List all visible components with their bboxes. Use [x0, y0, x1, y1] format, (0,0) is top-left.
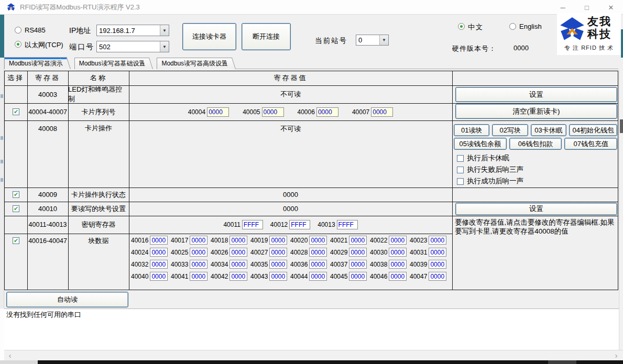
vertical-scrollbar[interactable] [619, 70, 623, 350]
minimize-button[interactable]: ─ [551, 0, 575, 15]
card-op-button-04初始化钱包[interactable]: 04初始化钱包 [569, 124, 617, 136]
background-icon [1, 94, 3, 98]
field-input-40005[interactable] [262, 107, 284, 117]
row-select-checkbox[interactable] [13, 237, 19, 244]
tab-modbus-demo[interactable]: Modbus读写器演示 [4, 57, 66, 69]
ip-address-select[interactable]: ▼ [96, 25, 169, 36]
ethernet-tcp-radio[interactable] [15, 41, 21, 48]
card-op-button-02写块[interactable]: 02写块 [492, 124, 528, 136]
field-input-40035[interactable] [269, 260, 287, 269]
dropdown-arrow-icon[interactable]: ▼ [160, 25, 169, 36]
field-input-40018[interactable] [229, 236, 247, 245]
card-op-button-06钱包扣款[interactable]: 06钱包扣款 [509, 138, 562, 150]
station-number-input[interactable] [356, 35, 379, 45]
english-language-label: English [519, 23, 542, 30]
port-input[interactable] [97, 41, 160, 52]
register-field: 40024 [131, 248, 170, 257]
tab-modbus-advanced-settings[interactable]: Modbus读写器高级设置 [157, 58, 231, 69]
field-input-40021[interactable] [349, 236, 367, 245]
chinese-language-radio[interactable] [458, 23, 465, 30]
field-input-40041[interactable] [190, 272, 207, 281]
register-field: 40034 [211, 260, 249, 269]
register-id: 40003 [27, 85, 68, 103]
field-input-40042[interactable] [229, 272, 247, 281]
connect-reader-button[interactable]: 连接读卡器 [182, 23, 236, 50]
register-name: 块数据 [68, 234, 129, 248]
field-input-40017[interactable] [190, 236, 207, 245]
ip-address-input[interactable] [97, 25, 160, 36]
scroll-left-icon[interactable]: ‹ [5, 350, 15, 360]
tab-modbus-basic-settings[interactable]: Modbus读写器基础设置 [74, 58, 149, 69]
field-input-40045[interactable] [349, 272, 367, 281]
background-icon [1, 136, 3, 140]
field-input-40043[interactable] [269, 272, 287, 281]
field-input-40046[interactable] [389, 272, 407, 281]
field-input-40016[interactable] [150, 236, 168, 245]
field-input-40047[interactable] [429, 272, 446, 281]
register-field: 40033 [171, 260, 210, 269]
rs485-radio[interactable] [15, 27, 21, 34]
card-op-button-07钱包充值[interactable]: 07钱包充值 [564, 138, 617, 150]
option-checkbox[interactable] [457, 167, 464, 173]
field-input-40030[interactable] [389, 248, 407, 257]
field-input-40037[interactable] [349, 260, 367, 269]
field-input-40040[interactable] [150, 272, 168, 281]
field-input-40019[interactable] [269, 236, 287, 245]
field-input-40026[interactable] [229, 248, 247, 257]
field-input-40012[interactable] [289, 220, 310, 229]
field-input-40024[interactable] [150, 248, 168, 257]
field-input-40029[interactable] [349, 248, 367, 257]
field-input-40028[interactable] [309, 248, 327, 257]
register-field: 40005 [243, 107, 283, 117]
dropdown-arrow-icon[interactable]: ▼ [160, 41, 169, 52]
scrollbar-thumb[interactable] [620, 119, 623, 133]
option-checkbox[interactable] [457, 155, 464, 162]
field-input-40025[interactable] [190, 248, 207, 257]
field-input-40031[interactable] [429, 248, 446, 257]
app-logo-icon [7, 3, 15, 12]
field-label: 40025 [171, 249, 188, 256]
set-block-button[interactable]: 设置 [455, 203, 617, 215]
field-input-40011[interactable] [242, 220, 263, 229]
log-message: 没有找到任何可用的串口 [6, 311, 81, 318]
option-checkbox[interactable] [457, 178, 464, 185]
card-op-button-01读块[interactable]: 01读块 [454, 124, 489, 136]
close-button[interactable]: ✕ [599, 0, 623, 15]
field-input-40023[interactable] [429, 236, 446, 245]
field-input-40044[interactable] [309, 272, 327, 281]
field-label: 40016 [131, 237, 148, 244]
auto-read-button[interactable]: 自动读 [6, 292, 128, 307]
horizontal-scrollbar[interactable]: ‹ › [4, 350, 623, 360]
field-input-40036[interactable] [309, 260, 327, 269]
field-input-40022[interactable] [389, 236, 407, 245]
field-input-40013[interactable] [337, 220, 358, 229]
row-select-checkbox[interactable] [13, 191, 19, 198]
row-select-checkbox[interactable] [13, 108, 19, 115]
card-op-button-03卡休眠[interactable]: 03卡休眠 [531, 124, 566, 136]
clear-reread-button[interactable]: 清空(重新读卡) [455, 104, 617, 119]
set-led-button[interactable]: 设置 [455, 87, 617, 102]
dropdown-arrow-icon[interactable]: ▼ [379, 35, 388, 45]
field-input-40033[interactable] [190, 260, 207, 269]
english-language-radio[interactable] [509, 23, 516, 30]
row-select-checkbox[interactable] [13, 205, 19, 212]
log-area[interactable]: 没有找到任何可用的串口 [4, 308, 623, 350]
field-input-40034[interactable] [229, 260, 247, 269]
field-input-40032[interactable] [150, 260, 168, 269]
port-select[interactable]: ▼ [96, 41, 169, 52]
field-input-40007[interactable] [371, 107, 393, 117]
field-input-40038[interactable] [389, 260, 407, 269]
field-input-40020[interactable] [309, 236, 327, 245]
option-label: 执行成功后响一声 [467, 177, 523, 186]
station-number-select[interactable]: ▼ [356, 35, 389, 46]
register-field: 40036 [290, 260, 329, 269]
disconnect-button[interactable]: 断开连接 [242, 23, 291, 50]
scroll-right-icon[interactable]: › [611, 350, 621, 360]
field-input-40027[interactable] [269, 248, 287, 257]
field-input-40004[interactable] [207, 107, 229, 117]
field-input-40039[interactable] [429, 260, 446, 269]
field-input-40006[interactable] [316, 107, 338, 117]
maximize-button[interactable]: □ [575, 0, 599, 15]
register-id: 40004-40007 [27, 103, 68, 120]
card-op-button-05读钱包余额[interactable]: 05读钱包余额 [454, 138, 507, 150]
